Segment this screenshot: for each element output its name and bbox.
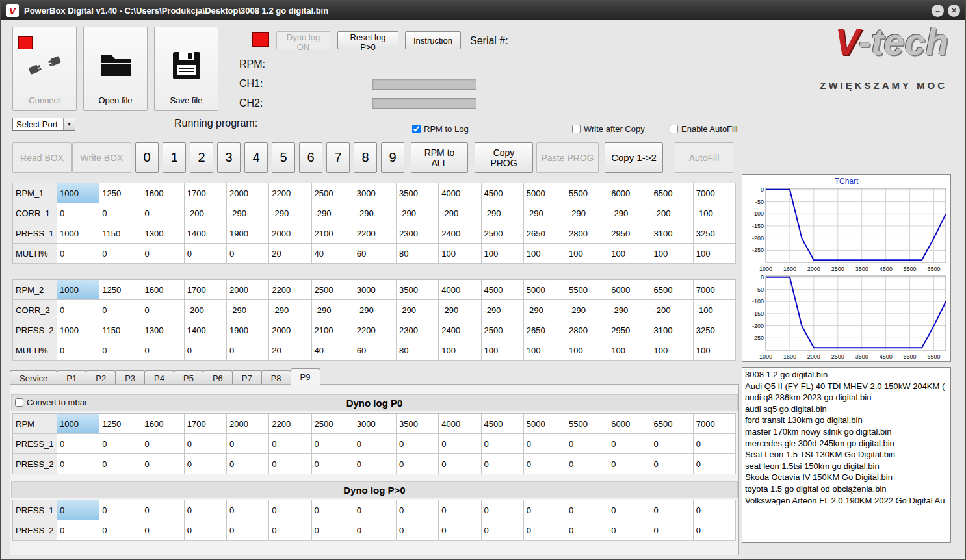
table-cell[interactable]: -200: [651, 300, 694, 320]
table-cell[interactable]: 1150: [99, 223, 142, 244]
table-cell[interactable]: 0: [57, 454, 99, 474]
table-cell[interactable]: 3000: [354, 280, 397, 300]
table-cell[interactable]: 1000: [57, 320, 99, 340]
table-cell[interactable]: 0: [482, 500, 524, 520]
table-cell[interactable]: 0: [57, 203, 99, 223]
table-cell[interactable]: 5000: [524, 280, 566, 300]
table-cell[interactable]: 0: [99, 500, 142, 520]
tab-p8[interactable]: P8: [261, 370, 291, 385]
program-button-1[interactable]: 1: [163, 142, 186, 173]
table-cell[interactable]: -290: [439, 300, 481, 320]
open-file-button[interactable]: Open file: [83, 27, 148, 111]
table-cell[interactable]: 1000: [57, 280, 99, 300]
table-cell[interactable]: 0: [269, 500, 311, 520]
table-cell[interactable]: 0: [185, 500, 227, 520]
table-cell[interactable]: 0: [142, 454, 185, 474]
file-list-item[interactable]: ford transit 130km go digital.bin: [745, 414, 948, 426]
program-button-5[interactable]: 5: [272, 142, 295, 173]
table-cell[interactable]: 3500: [397, 414, 439, 434]
table-cell[interactable]: 3500: [397, 280, 439, 300]
table-cell[interactable]: 100: [608, 244, 651, 264]
table-cell[interactable]: 0: [99, 300, 142, 320]
table-cell[interactable]: -290: [524, 300, 566, 320]
table-cell[interactable]: 4000: [439, 183, 481, 203]
table-cell[interactable]: 2200: [354, 223, 397, 244]
file-list-item[interactable]: mercedes gle 300d 245km go digital.bin: [745, 438, 948, 450]
table-cell[interactable]: -290: [354, 203, 397, 223]
table-cell[interactable]: 2200: [354, 320, 397, 340]
connect-button[interactable]: Connect: [12, 27, 77, 111]
table-cell[interactable]: 80: [397, 244, 439, 264]
table-cell[interactable]: 2500: [312, 183, 354, 203]
select-port-dropdown[interactable]: Select Port ▼: [12, 118, 75, 131]
table-cell[interactable]: 0: [185, 520, 227, 541]
tab-p2[interactable]: P2: [86, 370, 116, 385]
write-after-copy-checkbox[interactable]: Write after Copy: [572, 124, 645, 134]
table-cell[interactable]: 5000: [524, 414, 566, 434]
table-cell[interactable]: 0: [142, 340, 185, 361]
convert-to-mbar-checkbox-input[interactable]: [15, 398, 23, 407]
program-button-8[interactable]: 8: [354, 142, 377, 173]
table-cell[interactable]: 0: [439, 454, 481, 474]
table-cell[interactable]: 100: [482, 244, 524, 264]
table-cell[interactable]: 2100: [312, 223, 354, 244]
reset-log-button[interactable]: Reset log P>0: [337, 31, 398, 49]
table-cell[interactable]: 100: [439, 244, 481, 264]
table-cell[interactable]: 0: [57, 244, 99, 264]
table-cell[interactable]: -290: [566, 300, 608, 320]
table-cell[interactable]: 0: [694, 500, 736, 520]
table-cell[interactable]: 0: [142, 300, 185, 320]
table-cell[interactable]: 80: [397, 340, 439, 361]
table-cell[interactable]: 20: [269, 244, 311, 264]
table-cell[interactable]: 7000: [694, 183, 736, 203]
table-cell[interactable]: 100: [694, 244, 736, 264]
write-box-button[interactable]: Write BOX: [72, 142, 131, 173]
table-cell[interactable]: 1000: [57, 223, 99, 244]
table-cell[interactable]: 0: [227, 500, 269, 520]
rpm-to-log-checkbox[interactable]: RPM to Log: [412, 124, 469, 134]
table-cell[interactable]: 1600: [142, 183, 185, 203]
table-cell[interactable]: 0: [608, 434, 651, 454]
table-cell[interactable]: 0: [439, 500, 481, 520]
table-cell[interactable]: -100: [694, 203, 736, 223]
rpm-to-all-button[interactable]: RPM to ALL: [411, 142, 468, 173]
table-cell[interactable]: 0: [269, 520, 311, 541]
table-cell[interactable]: 2950: [608, 320, 651, 340]
table-cell[interactable]: 2500: [482, 223, 524, 244]
table-cell[interactable]: 6000: [608, 280, 651, 300]
table-cell[interactable]: 0: [651, 434, 694, 454]
tab-p4[interactable]: P4: [144, 370, 174, 385]
table-cell[interactable]: 1400: [185, 320, 227, 340]
table-cell[interactable]: 2650: [524, 320, 566, 340]
table-cell[interactable]: 0: [397, 434, 439, 454]
table-cell[interactable]: 0: [142, 500, 185, 520]
table-cell[interactable]: -290: [354, 300, 397, 320]
table-cell[interactable]: 4500: [482, 183, 524, 203]
table-cell[interactable]: 100: [608, 340, 651, 361]
table-cell[interactable]: 0: [354, 520, 397, 541]
table-cell[interactable]: 0: [99, 340, 142, 361]
file-list-item[interactable]: Audi Q5 II (FY FL) 40 TDI MHEV 2.0 150kW…: [745, 381, 948, 392]
table-cell[interactable]: 5500: [566, 414, 608, 434]
table-cell[interactable]: 0: [354, 500, 397, 520]
table-cell[interactable]: 1900: [227, 223, 269, 244]
table-cell[interactable]: -290: [608, 203, 651, 223]
table-cell[interactable]: 2500: [312, 280, 354, 300]
table-cell[interactable]: 0: [185, 340, 227, 361]
program-button-3[interactable]: 3: [217, 142, 241, 173]
table-cell[interactable]: 1250: [99, 280, 142, 300]
table-cell[interactable]: 2200: [269, 183, 311, 203]
table-cell[interactable]: 0: [482, 520, 524, 541]
table-cell[interactable]: 1700: [185, 280, 227, 300]
table-cell[interactable]: 2100: [312, 320, 354, 340]
table-cell[interactable]: 0: [694, 434, 736, 454]
table-cell[interactable]: 100: [524, 244, 566, 264]
table-cell[interactable]: 3500: [397, 183, 439, 203]
table-cell[interactable]: 1300: [142, 223, 185, 244]
table-cell[interactable]: -200: [185, 300, 227, 320]
program-button-6[interactable]: 6: [299, 142, 322, 173]
table-cell[interactable]: -290: [269, 300, 311, 320]
table-cell[interactable]: -290: [524, 203, 566, 223]
table-cell[interactable]: 0: [227, 434, 269, 454]
table-cell[interactable]: 60: [354, 244, 397, 264]
